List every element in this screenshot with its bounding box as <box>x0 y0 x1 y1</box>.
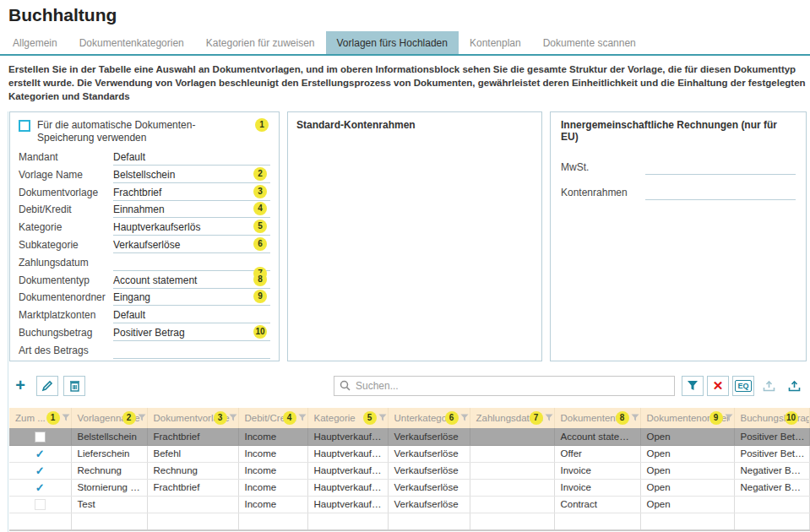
search-box <box>334 376 675 396</box>
field-value-dokumententyp[interactable]: Account statement8 <box>113 274 270 289</box>
export-button[interactable] <box>783 376 805 396</box>
eu-rechnungen-panel: Innergemeinschaftliche Rechnungen (nur f… <box>550 111 807 361</box>
column-filter-icon[interactable] <box>631 414 639 421</box>
column-filter-icon[interactable] <box>138 414 146 421</box>
table-row[interactable]: Test Income Hauptverkaufserlös Verkaufse… <box>9 496 809 513</box>
add-button[interactable]: + <box>9 376 31 396</box>
column-header-dokumentvorlage[interactable]: Dokumentvorlage3 <box>147 408 238 428</box>
check-icon[interactable]: ✓ <box>35 464 45 477</box>
check-icon[interactable]: ✓ <box>35 448 45 460</box>
pencil-icon <box>41 380 53 392</box>
step-badge: 7 <box>530 411 543 425</box>
column-filter-icon[interactable] <box>229 414 237 421</box>
search-panel-icon: EQ <box>735 380 751 392</box>
clear-filter-button[interactable]: ✕ <box>707 376 729 396</box>
field-value-buchungsbetrag[interactable]: Positiver Betrag10 <box>113 327 270 341</box>
field-value-marktplatzkonten[interactable]: Default <box>113 309 270 323</box>
column-filter-icon[interactable] <box>62 414 70 421</box>
column-filter-icon[interactable] <box>725 414 733 421</box>
field-label-mandant: Mandant <box>19 151 113 166</box>
tab-dokumentenkategorien[interactable]: Dokumentenkategorien <box>68 31 195 54</box>
step-badge: 2 <box>122 411 136 425</box>
field-label-dokumentvorlage: Dokumentvorlage <box>19 187 113 201</box>
field-value-dokumentenordner[interactable]: Eingang9 <box>113 291 270 306</box>
step-badge: 10 <box>785 411 798 425</box>
filter-button[interactable] <box>682 376 704 396</box>
upload-tray-icon <box>788 380 801 392</box>
table-row[interactable]: Belstellschein Frachtbrief Income Hauptv… <box>9 428 809 445</box>
eu-rechnungen-title: Innergemeinschaftliche Rechnungen (nur f… <box>561 119 796 143</box>
field-value-vorlage-name[interactable]: Belstellschein2 <box>113 169 270 183</box>
tab-dokumente-scannen[interactable]: Dokumente scannen <box>532 31 647 54</box>
column-filter-icon[interactable] <box>545 414 553 421</box>
step-badge: 3 <box>214 411 227 425</box>
auto-save-checkbox[interactable] <box>19 120 30 132</box>
field-label-kategorie: Kategorie <box>19 221 113 236</box>
search-input[interactable] <box>356 380 669 392</box>
column-header-kategorie[interactable]: Kategorie5 <box>307 408 388 428</box>
column-filter-icon[interactable] <box>460 414 469 421</box>
field-value-kategorie[interactable]: Hauptverkaufserlös5 <box>113 221 270 236</box>
field-label-mwst: MwSt. <box>561 161 645 175</box>
import-button[interactable] <box>758 376 780 396</box>
column-header-dokumentenordner[interactable]: Dokumentenordner9 <box>640 408 734 428</box>
search-panel-toggle-button[interactable]: EQ <box>732 376 754 396</box>
check-icon[interactable]: ✓ <box>35 481 45 494</box>
step-badge-3: 3 <box>253 185 267 198</box>
field-value-kontenrahmen[interactable] <box>645 185 796 200</box>
empty-table-row <box>9 513 809 529</box>
tab-allgemein[interactable]: Allgemein <box>2 31 68 54</box>
step-badge: 4 <box>283 411 296 425</box>
field-label-debit-kredit: Debit/Kredit <box>19 204 113 218</box>
table-row[interactable]: ✓ Rechnung Rechnung Income Hauptverkaufs… <box>9 462 809 479</box>
column-header-zahlungsdatum[interactable]: Zahlungsdatum7 <box>470 408 554 428</box>
step-badge: 6 <box>445 411 459 425</box>
auto-save-checkbox-label: Für die automatische Dokumenten-Speicher… <box>37 119 270 144</box>
column-header-dokumententyp[interactable]: Dokumententyp8 <box>554 408 640 428</box>
plus-icon: + <box>15 377 25 394</box>
row-checkbox[interactable] <box>35 432 46 442</box>
step-badge-9: 9 <box>253 290 267 303</box>
column-filter-icon[interactable] <box>298 414 307 421</box>
field-value-mandant[interactable]: Default <box>113 151 270 166</box>
field-value-subkategorie[interactable]: Verkaufserlöse6 <box>113 239 270 253</box>
step-badge-10: 10 <box>253 325 267 339</box>
field-value-zahlungsdatum[interactable]: 7 <box>113 269 270 271</box>
step-badge: 9 <box>709 411 723 425</box>
table-row[interactable]: ✓ Lieferschein Befehl Income Hauptverkau… <box>9 445 809 462</box>
field-value-mwst[interactable] <box>645 160 796 175</box>
column-header-unterkategorie[interactable]: Unterkategorie6 <box>388 408 470 428</box>
column-header-buchungsbetrag[interactable]: Buchungsbetrag10 <box>734 408 809 428</box>
field-label-art-des-betrags: Art des Betrags <box>19 345 113 359</box>
tab-kategorien-fuer-zuweisen[interactable]: Kategorien für zuweisen <box>195 31 326 54</box>
field-label-dokumentenordner: Dokumentenordner <box>19 291 113 306</box>
edit-button[interactable] <box>36 376 58 396</box>
column-header-debit-credit[interactable]: Debit/Credit4 <box>238 408 307 428</box>
tab-vorlagen-fuers-hochladen[interactable]: Vorlagen fürs Hochladen <box>326 31 459 54</box>
field-value-debit-kredit[interactable]: Einnahmen4 <box>113 204 270 218</box>
templates-table: Zum ...1 Vorlagenname2 Dokumentvorlage3 … <box>9 408 810 530</box>
upload-tray-light-icon <box>763 380 775 392</box>
column-header-vorlagenname[interactable]: Vorlagenname2 <box>71 408 147 428</box>
step-badge-2: 2 <box>253 167 267 181</box>
table-header-row: Zum ...1 Vorlagenname2 Dokumentvorlage3 … <box>9 408 809 428</box>
step-badge-1: 1 <box>255 118 269 132</box>
step-badge-8: 8 <box>253 273 267 286</box>
tab-kontenplan[interactable]: Kontenplan <box>459 31 532 54</box>
field-value-dokumentvorlage[interactable]: Frachtbrief3 <box>113 187 270 201</box>
field-label-zahlungsdatum: Zahlungsdatum <box>19 257 113 271</box>
delete-button[interactable] <box>63 376 85 396</box>
field-label-buchungsbetrag: Buchungsbetrag <box>19 327 113 341</box>
table-row[interactable]: ✓ Stornierung eine... Frachtbrief Income… <box>9 479 809 496</box>
field-label-subkategorie: Subkategorie <box>19 239 113 253</box>
row-checkbox[interactable] <box>35 499 46 510</box>
field-label-vorlage-name: Vorlage Name <box>19 169 113 183</box>
step-badge: 1 <box>46 411 60 425</box>
page-title: Buchhaltung <box>0 0 810 25</box>
column-filter-icon[interactable] <box>378 414 387 421</box>
step-badge-5: 5 <box>253 220 267 233</box>
column-header-zum[interactable]: Zum ...1 <box>9 408 71 428</box>
field-value-art-des-betrags[interactable] <box>113 356 270 359</box>
trash-icon <box>69 380 80 392</box>
step-badge: 5 <box>363 411 377 425</box>
